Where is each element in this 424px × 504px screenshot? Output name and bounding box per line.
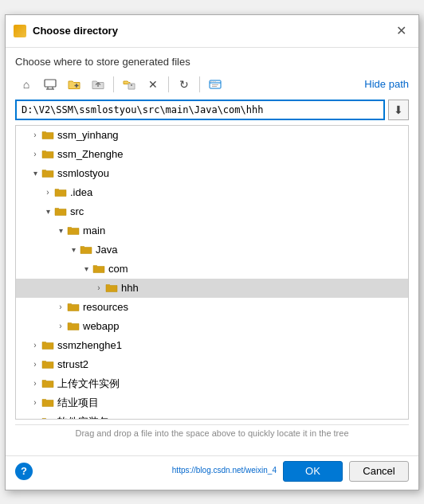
- tree-chevron-icon: ›: [29, 339, 41, 352]
- tree-chevron-icon: ▾: [29, 167, 41, 180]
- tree-chevron-icon: ▾: [80, 263, 92, 275]
- tree-item-label: .idea: [70, 186, 92, 198]
- toolbar-separator-3: [199, 76, 200, 92]
- tree-item-label: 软件安装包: [57, 415, 109, 420]
- move-button[interactable]: [118, 74, 140, 95]
- tree-chevron-icon: ›: [54, 320, 67, 333]
- path-download-button[interactable]: ⬇: [388, 100, 409, 120]
- tree-item-label: Java: [96, 244, 117, 256]
- tree-item-label: webapp: [83, 320, 120, 332]
- tree-item-label: strust2: [57, 358, 88, 370]
- dialog-body: Choose where to store generated files ⌂: [6, 48, 418, 455]
- delete-button[interactable]: ✕: [142, 74, 164, 95]
- toolbar-separator-1: [113, 76, 114, 92]
- tree-item-label: src: [70, 205, 84, 217]
- folder-icon: [41, 358, 54, 371]
- tree-item-label: ssm_Zhenghe: [57, 148, 123, 160]
- folder-icon: [41, 148, 54, 161]
- tree-chevron-icon: ›: [41, 186, 54, 199]
- tree-item[interactable]: › 上传文件实例: [16, 374, 408, 393]
- toolbar: ⌂: [15, 74, 409, 95]
- tree-item-label: 结业项目: [57, 396, 99, 410]
- tree-chevron-icon: ›: [29, 129, 41, 142]
- footer-left: ?: [15, 463, 33, 480]
- folder-icon: [54, 186, 67, 199]
- tree-chevron-icon: ›: [29, 397, 41, 409]
- path-row: ⬇: [15, 100, 409, 120]
- browse-button[interactable]: [204, 74, 226, 95]
- folder-up-button[interactable]: [87, 74, 109, 95]
- tree-item[interactable]: › hhh: [16, 279, 408, 298]
- tree-chevron-icon: ›: [92, 282, 105, 295]
- close-button[interactable]: ✕: [391, 21, 410, 41]
- folder-icon: [92, 263, 105, 275]
- tree-item[interactable]: ▾ ssmlostyou: [16, 164, 408, 183]
- folder-icon: [41, 167, 54, 180]
- tree-item[interactable]: ▾ main: [16, 221, 408, 240]
- tree-chevron-icon: ›: [29, 148, 41, 161]
- help-button[interactable]: ?: [15, 463, 33, 480]
- watermark: https://blog.csdn.net/weixin_4: [172, 466, 277, 476]
- drag-hint-text: Drag and drop a file into the space abov…: [15, 424, 409, 441]
- tree-item-label: hhh: [121, 282, 139, 294]
- tree-chevron-icon: ▾: [41, 205, 54, 218]
- tree-item[interactable]: › resources: [16, 298, 408, 317]
- tree-item-label: ssm_yinhang: [57, 129, 119, 141]
- folder-icon: [67, 225, 80, 237]
- tree-item[interactable]: › ssm_Zhenghe: [16, 145, 408, 164]
- tree-item-label: ssmlostyou: [57, 167, 109, 179]
- tree-chevron-icon: ›: [29, 377, 41, 390]
- folder-icon: [67, 301, 80, 314]
- tree-item[interactable]: › ssmzhenghe1: [16, 336, 408, 355]
- tree-item[interactable]: › webapp: [16, 317, 408, 336]
- svg-rect-0: [45, 80, 56, 87]
- file-tree[interactable]: › ssm_yinhang› ssm_Zhenghe▾ ssmlostyou› …: [15, 125, 409, 420]
- svg-point-13: [214, 80, 216, 82]
- hide-path-link[interactable]: Hide path: [364, 78, 409, 90]
- tree-item-label: resources: [83, 301, 128, 313]
- tree-item-label: ssmzhenghe1: [57, 339, 122, 351]
- tree-item[interactable]: › ssm_yinhang: [16, 126, 408, 145]
- app-icon: [14, 25, 26, 37]
- tree-item[interactable]: ▾ src: [16, 202, 408, 221]
- desktop-button[interactable]: [39, 74, 61, 95]
- cancel-button[interactable]: Cancel: [349, 461, 409, 482]
- folder-icon: [54, 205, 67, 218]
- tree-chevron-icon: ›: [54, 301, 67, 314]
- tree-chevron-icon: ›: [29, 358, 41, 371]
- folder-icon: [67, 320, 80, 333]
- tree-item[interactable]: ▾ Java: [16, 240, 408, 260]
- tree-item[interactable]: › strust2: [16, 355, 408, 374]
- folder-icon: [41, 416, 54, 420]
- refresh-button[interactable]: ↻: [173, 74, 195, 95]
- folder-icon: [41, 129, 54, 142]
- tree-chevron-icon: ▾: [67, 244, 80, 256]
- dialog-title: Choose directory: [33, 25, 391, 37]
- folder-icon: [80, 244, 92, 256]
- svg-point-12: [213, 80, 214, 82]
- home-button[interactable]: ⌂: [15, 74, 37, 95]
- footer: ? https://blog.csdn.net/weixin_4 OK Canc…: [6, 455, 418, 490]
- description-text: Choose where to store generated files: [15, 56, 409, 68]
- folder-icon: [41, 377, 54, 390]
- tree-item-label: main: [83, 225, 105, 236]
- tree-item-label: 上传文件实例: [57, 377, 120, 391]
- tree-chevron-icon: ▾: [54, 225, 67, 237]
- new-folder-button[interactable]: [63, 74, 85, 95]
- tree-item[interactable]: › 软件安装包: [16, 412, 408, 420]
- tree-item-label: com: [108, 263, 128, 275]
- svg-point-11: [210, 80, 212, 82]
- folder-icon: [41, 339, 54, 352]
- toolbar-separator-2: [168, 76, 169, 92]
- tree-item[interactable]: › .idea: [16, 183, 408, 202]
- path-input[interactable]: [15, 100, 385, 120]
- title-bar: Choose directory ✕: [6, 15, 418, 48]
- choose-directory-dialog: Choose directory ✕ Choose where to store…: [5, 14, 419, 490]
- folder-icon: [105, 282, 118, 295]
- folder-icon: [41, 397, 54, 409]
- tree-item[interactable]: ▾ com: [16, 260, 408, 279]
- ok-button[interactable]: OK: [283, 461, 343, 482]
- tree-chevron-icon: ›: [29, 416, 41, 420]
- tree-item[interactable]: › 结业项目: [16, 393, 408, 412]
